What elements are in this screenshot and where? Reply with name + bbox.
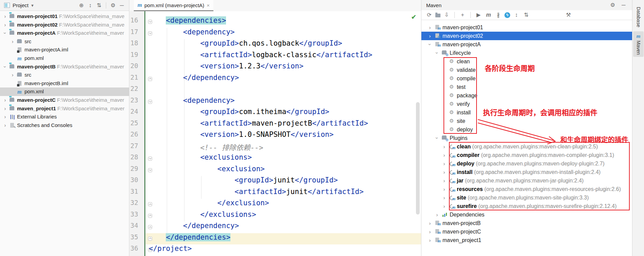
maven-tree-row[interactable]: ›Lifecycle: [421, 49, 632, 57]
maven-tree-row[interactable]: ›site (org.apache.maven.plugins:maven-si…: [421, 193, 632, 202]
chevron-right-icon[interactable]: ›: [442, 142, 447, 151]
maven-tree-row[interactable]: ›install (org.apache.maven.plugins:maven…: [421, 168, 632, 176]
chevron-right-icon[interactable]: ›: [435, 210, 439, 219]
fold-down-icon[interactable]: [148, 100, 152, 104]
settings-icon[interactable]: ⚙: [109, 2, 117, 9]
expand-all-icon[interactable]: ↕: [86, 2, 94, 9]
chevron-right-icon[interactable]: ›: [428, 219, 432, 227]
maven-tree-row[interactable]: test: [421, 83, 632, 91]
fold-down-icon[interactable]: [148, 20, 152, 24]
maven-tree-row[interactable]: ›Dependencies: [421, 210, 632, 219]
code-line[interactable]: 26<version>1.0-SNAPSHOT</version>: [129, 130, 421, 142]
chevron-right-icon[interactable]: ›: [442, 176, 447, 185]
offline-mode-icon[interactable]: ϟ: [504, 12, 510, 18]
maven-tree-row[interactable]: ›maven-projectA: [421, 40, 632, 49]
maven-tree-row[interactable]: install: [421, 108, 632, 117]
close-icon[interactable]: ×: [207, 2, 210, 8]
add-maven-project-icon[interactable]: +: [459, 11, 466, 19]
code-line[interactable]: 16<dependencies>: [129, 16, 421, 28]
chevron-right-icon[interactable]: ›: [442, 202, 447, 210]
maven-tree-row[interactable]: clean: [421, 57, 632, 66]
project-tree-row[interactable]: maven-projectA.iml: [0, 46, 129, 54]
chevron-right-icon[interactable]: ›: [442, 185, 447, 193]
fold-down-icon[interactable]: [148, 157, 152, 161]
project-panel-title[interactable]: Project: [13, 2, 29, 8]
inspection-ok-ic[interactable]: ✔: [411, 13, 416, 21]
chevron-right-icon[interactable]: ›: [428, 32, 432, 40]
project-tree-row[interactable]: ›src: [0, 71, 129, 79]
project-tree-row[interactable]: pom.xml: [0, 54, 129, 63]
maven-tree-row[interactable]: ›clean (org.apache.maven.plugins:maven-c…: [421, 142, 632, 151]
code-line[interactable]: 17<dependency>: [129, 28, 421, 39]
maven-tree-row[interactable]: deploy: [421, 125, 632, 134]
fold-up-icon[interactable]: [148, 237, 152, 241]
fold-down-icon[interactable]: [148, 31, 152, 35]
code-line[interactable]: 27<!-- 排除依赖-->: [129, 142, 421, 154]
hide-icon[interactable]: ─: [118, 2, 126, 9]
project-tree-row[interactable]: maven-projectB.iml: [0, 79, 129, 88]
project-tree-row[interactable]: ›maven-projectA F:\WorkSpace\itheima_mav…: [0, 29, 129, 37]
maven-tree-row[interactable]: ›maven-projectB: [421, 219, 632, 227]
editor-scrollbar[interactable]: [416, 102, 420, 214]
maven-tree-row[interactable]: ›surefire (org.apache.maven.plugins:mave…: [421, 202, 632, 210]
project-tree-row[interactable]: ›maven_project1 F:\WorkSpace\itheima_mav…: [0, 105, 129, 113]
chevron-right-icon[interactable]: ›: [3, 96, 7, 105]
maven-tree-row[interactable]: ›maven-project02: [421, 32, 632, 40]
chevron-right-icon[interactable]: ›: [3, 105, 7, 113]
maven-tree-row[interactable]: validate: [421, 66, 632, 74]
chevron-right-icon[interactable]: ›: [428, 236, 432, 244]
chevron-right-icon[interactable]: ›: [10, 37, 15, 46]
fold-up-icon[interactable]: [148, 225, 152, 229]
maven-tree-row[interactable]: compile: [421, 74, 632, 83]
maven-tree-row[interactable]: ›jar (org.apache.maven.plugins:maven-jar…: [421, 176, 632, 185]
code-line[interactable]: 33</exclusions>: [129, 210, 421, 222]
code-line[interactable]: 30<groupId>junit</groupId>: [129, 176, 421, 188]
chevron-down-icon[interactable]: ▼: [31, 3, 34, 7]
maven-tree-row[interactable]: package: [421, 91, 632, 100]
maven-tree-row[interactable]: ›maven_project1: [421, 236, 632, 244]
fold-down-icon[interactable]: [148, 168, 152, 172]
maven-tree-row[interactable]: site: [421, 117, 632, 125]
project-tree-row[interactable]: ›External Libraries: [0, 113, 129, 121]
download-sources-icon[interactable]: ⇩: [443, 11, 450, 19]
project-tree-row[interactable]: ›maven-project02 F:\WorkSpace\itheima_ma…: [0, 21, 129, 29]
chevron-right-icon[interactable]: ›: [442, 159, 447, 168]
chevron-right-icon[interactable]: ›: [442, 193, 447, 202]
chevron-right-icon[interactable]: ›: [442, 151, 447, 159]
editor-body[interactable]: 1516<dependencies>17<dependency>18<group…: [129, 11, 421, 256]
project-tree-row[interactable]: ›maven-projectC F:\WorkSpace\itheima_mav…: [0, 96, 129, 105]
project-tree-row[interactable]: ›src: [0, 37, 129, 46]
code-line[interactable]: 32</exclusion>: [129, 199, 421, 210]
expand-all-icon[interactable]: ↕: [513, 11, 520, 19]
generate-sources-icon[interactable]: [435, 14, 440, 17]
fold-up-icon[interactable]: [148, 214, 152, 218]
chevron-down-icon[interactable]: ›: [1, 64, 10, 69]
project-tree-row[interactable]: ›maven-project01 F:\WorkSpace\itheima_ma…: [0, 12, 129, 21]
stripe-tab-database[interactable]: Database: [632, 7, 644, 27]
project-tree-row[interactable]: ›maven-projectB F:\WorkSpace\itheima_mav…: [0, 63, 129, 71]
chevron-right-icon[interactable]: ›: [3, 21, 7, 29]
locate-icon[interactable]: ⊕: [78, 2, 85, 9]
execute-maven-goal-icon[interactable]: m: [485, 11, 492, 19]
code-line[interactable]: 24<groupId>com.itheima</groupId>: [129, 108, 421, 119]
stripe-tab-maven[interactable]: m Maven: [633, 31, 644, 57]
maven-tree-row[interactable]: ›maven-project01: [421, 23, 632, 32]
code-line[interactable]: 25<artifactId>maven-projectB</artifactId…: [129, 119, 421, 131]
chevron-right-icon[interactable]: ›: [3, 121, 7, 130]
code-line[interactable]: 21</dependency>: [129, 74, 421, 85]
chevron-right-icon[interactable]: ›: [428, 23, 432, 32]
code-line[interactable]: 20<version>1.2.3</version>: [129, 62, 421, 74]
code-line[interactable]: 28<exclusions>: [129, 153, 421, 165]
collapse-all-icon[interactable]: ⇅: [95, 2, 103, 9]
code-line[interactable]: 19<artifactId>logback-classic</artifactI…: [129, 51, 421, 62]
chevron-right-icon[interactable]: ›: [3, 113, 7, 121]
chevron-right-icon[interactable]: ›: [3, 12, 7, 21]
maven-tree-row[interactable]: ›maven-projectC: [421, 227, 632, 236]
code-line[interactable]: 31<artifactId>junit</artifactId>: [129, 188, 421, 199]
settings-icon[interactable]: ⚙: [609, 1, 616, 9]
code-line[interactable]: 35</dependencies>: [129, 233, 421, 245]
code-line[interactable]: 34</dependency>: [129, 222, 421, 233]
chevron-right-icon[interactable]: ›: [10, 71, 15, 79]
chevron-down-icon[interactable]: ›: [426, 42, 434, 47]
tab-pom-xml[interactable]: m pom.xml (maven-projectA) ×: [134, 0, 213, 11]
